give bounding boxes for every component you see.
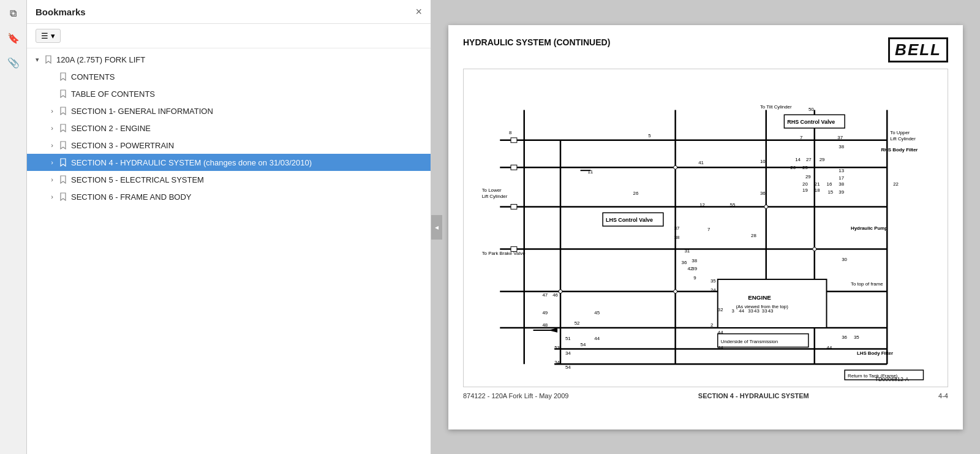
bookmark-item-section3[interactable]: ›SECTION 3 - POWERTRAIN [27, 137, 431, 154]
bookmark-flag-icon [58, 105, 69, 116]
bookmarks-title: Bookmarks [36, 7, 86, 17]
svg-text:44: 44 [594, 335, 600, 341]
svg-text:37: 37 [674, 225, 680, 230]
svg-text:54: 54 [565, 365, 571, 370]
svg-text:54: 54 [581, 341, 586, 347]
svg-text:52: 52 [575, 320, 580, 326]
svg-text:29: 29 [805, 174, 811, 180]
menu-icon: ☰ [41, 31, 48, 40]
svg-text:13: 13 [839, 168, 844, 173]
svg-rect-106 [511, 165, 517, 170]
bookmarks-toolbar: ☰ ▾ [27, 24, 431, 48]
bookmark-panel-icon[interactable]: 🔖 [5, 29, 22, 47]
svg-rect-105 [511, 137, 517, 142]
svg-text:26: 26 [790, 165, 796, 170]
svg-text:30: 30 [842, 257, 847, 262]
bookmark-item-toc[interactable]: TABLE OF CONTENTS [27, 85, 431, 102]
bookmark-flag-icon [43, 54, 54, 65]
svg-text:47: 47 [542, 292, 548, 297]
svg-point-116 [813, 247, 816, 251]
svg-text:39: 39 [692, 266, 697, 271]
svg-text:2: 2 [710, 322, 713, 327]
svg-text:35: 35 [854, 334, 859, 339]
toggle-section1[interactable]: › [47, 105, 58, 116]
dropdown-arrow: ▾ [51, 31, 55, 40]
svg-text:Lift Cylinder: Lift Cylinder [890, 135, 916, 141]
svg-text:LHS Control Valve: LHS Control Valve [606, 217, 653, 223]
svg-text:32: 32 [718, 307, 723, 312]
svg-text:36: 36 [682, 260, 687, 265]
close-button[interactable]: × [415, 6, 422, 17]
toggle-root[interactable]: ▾ [32, 54, 43, 65]
bookmark-item-contents[interactable]: CONTENTS [27, 68, 431, 85]
bookmarks-list: ▾120A (2.75T) FORK LIFTCONTENTSTABLE OF … [27, 48, 431, 454]
collapse-panel-button[interactable]: ◂ [431, 215, 442, 240]
bookmark-flag-icon [58, 157, 69, 168]
svg-text:17: 17 [839, 175, 844, 181]
svg-point-113 [764, 205, 768, 208]
svg-text:37: 37 [837, 134, 843, 140]
svg-text:5: 5 [648, 132, 651, 138]
toggle-section3[interactable]: › [47, 140, 58, 151]
bookmark-flag-icon [58, 88, 69, 99]
svg-text:34: 34 [554, 360, 560, 365]
svg-text:22: 22 [893, 181, 899, 186]
svg-rect-107 [511, 204, 517, 209]
bookmark-label-section4: SECTION 4 - HYDRAULIC SYSTEM (changes do… [71, 158, 426, 167]
document-page: HYDRAULIC SYSTEM (CONTINUED) BELL [448, 25, 963, 429]
svg-text:To Tilt Cylinder: To Tilt Cylinder [760, 104, 792, 110]
svg-text:TD0006812-A: TD0006812-A [875, 376, 909, 382]
toggle-section4[interactable]: › [47, 157, 58, 168]
bookmark-label-section3: SECTION 3 - POWERTRAIN [71, 141, 426, 150]
svg-text:10: 10 [760, 159, 766, 164]
bookmark-item-section5[interactable]: ›SECTION 5 - ELECTRICAL SYSTEM [27, 171, 431, 188]
svg-text:36: 36 [760, 190, 766, 195]
layers-icon[interactable]: ⧉ [5, 5, 22, 22]
toggle-section2[interactable]: › [47, 123, 58, 134]
svg-point-115 [674, 289, 677, 293]
svg-text:LHS Body Filter: LHS Body Filter [857, 350, 893, 356]
footer-left-text: 874122 - 120A Fork Lift - May 2009 [463, 392, 568, 399]
bookmark-label-root: 120A (2.75T) FORK LIFT [56, 55, 426, 64]
paperclip-icon[interactable]: 📎 [5, 54, 22, 71]
bookmark-item-section2[interactable]: ›SECTION 2 - ENGINE [27, 119, 431, 137]
bookmarks-menu-button[interactable]: ☰ ▾ [36, 29, 61, 43]
svg-text:16: 16 [827, 181, 832, 186]
bookmark-flag-icon [58, 140, 69, 151]
bookmark-flag-icon [58, 123, 69, 134]
hydraulic-diagram: RHS Control Valve 50 LHS Control Valve E… [463, 69, 948, 387]
svg-text:20: 20 [802, 181, 808, 186]
svg-text:28: 28 [751, 232, 756, 238]
svg-text:31: 31 [684, 248, 690, 253]
svg-text:49: 49 [542, 310, 548, 316]
svg-text:RHS Body Filter: RHS Body Filter [881, 146, 918, 152]
bookmark-label-section1: SECTION 1- GENERAL INFORMATION [71, 107, 426, 116]
bookmark-item-root[interactable]: ▾120A (2.75T) FORK LIFT [27, 51, 431, 68]
svg-text:33: 33 [762, 308, 767, 314]
svg-text:3: 3 [731, 308, 734, 314]
svg-text:51: 51 [565, 335, 571, 341]
left-toolbar: ⧉ 🔖 📎 [0, 0, 27, 454]
toggle-section6[interactable]: › [47, 191, 58, 202]
bookmark-item-section4[interactable]: ›SECTION 4 - HYDRAULIC SYSTEM (changes d… [27, 154, 431, 171]
svg-text:To top of frame: To top of frame [851, 281, 883, 286]
svg-text:44: 44 [827, 344, 832, 350]
svg-text:24: 24 [710, 287, 716, 292]
svg-text:43: 43 [768, 308, 774, 314]
svg-text:9: 9 [693, 274, 696, 280]
toggle-section5[interactable]: › [47, 174, 58, 185]
svg-text:38: 38 [692, 258, 697, 263]
svg-text:38: 38 [839, 181, 844, 186]
svg-text:Underside of Transmission: Underside of Transmission [721, 338, 778, 344]
svg-point-114 [559, 289, 562, 293]
svg-text:18: 18 [815, 187, 820, 192]
bookmark-item-section6[interactable]: ›SECTION 6 - FRAME AND BODY [27, 188, 431, 205]
bookmark-flag-icon [58, 71, 69, 82]
svg-text:55: 55 [730, 202, 736, 208]
svg-text:ENGINE: ENGINE [748, 293, 771, 300]
svg-text:44: 44 [739, 308, 744, 314]
svg-text:41: 41 [698, 160, 704, 165]
bookmark-item-section1[interactable]: ›SECTION 1- GENERAL INFORMATION [27, 102, 431, 119]
svg-text:To Lower: To Lower [482, 187, 502, 192]
svg-text:12: 12 [699, 202, 705, 208]
